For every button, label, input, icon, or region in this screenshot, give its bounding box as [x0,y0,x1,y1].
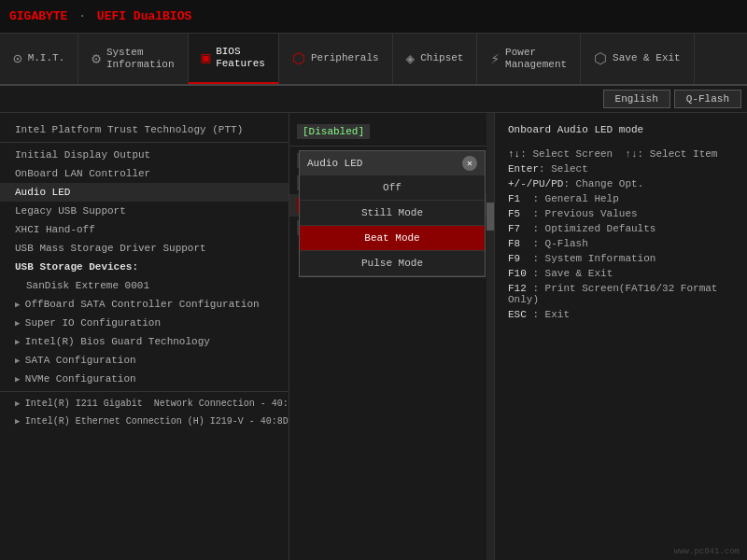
shortcut-f7: F7 : Optimized Defaults [508,223,734,234]
menu-item-nvme[interactable]: NVMe Configuration [0,370,289,388]
shortcut-esc: ESC : Exit [508,309,734,320]
tab-bios-label: BIOSFeatures [216,46,265,70]
shortcut-f1: F1 : General Help [508,193,734,204]
dropdown-option-pulse[interactable]: Pulse Mode [300,251,485,276]
value-separator [289,146,494,147]
scrollbar-thumb[interactable] [486,203,494,231]
brand-name: GIGABYTE [9,9,67,23]
dropdown-title: Audio LED [307,158,362,169]
main-content: Intel Platform Trust Technology (PTT) In… [0,113,747,560]
menu-item-lan[interactable]: OnBoard LAN Controller [0,164,289,183]
qflash-button[interactable]: Q-Flash [674,90,741,108]
menu-item-sata-controller[interactable]: OffBoard SATA Controller Configuration [0,295,289,314]
tab-peripherals[interactable]: ⬡ Peripherals [279,34,393,84]
right-help-panel: Onboard Audio LED mode ↑↓: Select Screen… [495,113,747,560]
menu-item-display[interactable]: Initial Display Output [0,146,289,164]
tab-mit-label: M.I.T. [28,52,65,64]
shortcut-arrows: ↑↓: Select Screen ↑↓: Select Item [508,148,734,160]
power-icon: ⚡ [490,49,500,68]
menu-item-super-io[interactable]: Super IO Configuration [0,314,289,332]
menu-item-sata-config[interactable]: SATA Configuration [0,351,289,370]
tab-power-label: PowerManagement [505,47,567,71]
left-menu-panel: Intel Platform Trust Technology (PTT) In… [0,113,289,560]
dropdown-option-still[interactable]: Still Mode [300,201,485,226]
tab-power[interactable]: ⚡ PowerManagement [477,34,581,84]
shortcut-f12: F12 : Print Screen(FAT16/32 Format Only) [508,283,734,305]
shortcut-f10: F10 : Save & Exit [508,268,734,279]
exit-icon: ⬡ [594,49,607,68]
value-ptt: [Disabled] [289,120,494,143]
menu-item-ptt[interactable]: Intel Platform Trust Technology (PTT) [0,120,289,139]
menu-item-i211[interactable]: Intel(R) I211 Gigabit Network Connection… [0,395,289,413]
dropdown-option-off[interactable]: Off [300,175,485,201]
chipset-icon: ◈ [406,49,416,68]
english-button[interactable]: English [603,90,670,108]
menu-item-usb-storage-driver[interactable]: USB Mass Storage Driver Support [0,239,289,258]
shortcut-enter: Enter: Select [508,163,734,175]
menu-item-sandisk[interactable]: SanDisk Extreme 0001 [0,276,289,295]
peripherals-icon: ⬡ [292,49,305,68]
brand-logo: GIGABYTE · UEFI DualBIOS [9,9,191,23]
tab-peripherals-label: Peripherals [311,52,379,64]
separator-2 [0,391,289,392]
tab-system[interactable]: ⚙ SystemInformation [78,34,188,84]
mit-icon: ⊙ [13,49,22,68]
menu-item-i219[interactable]: Intel(R) Ethernet Connection (H) I219-V … [0,413,289,430]
menu-item-audio-led[interactable]: Audio LED [0,183,289,202]
shortcut-f5: F5 : Previous Values [508,208,734,219]
menu-item-bios-guard[interactable]: Intel(R) Bios Guard Technology [0,332,289,351]
tab-bios[interactable]: ▣ BIOSFeatures [189,34,279,84]
dropdown-title-bar: Audio LED ✕ [300,151,485,175]
tab-exit-label: Save & Exit [613,52,681,64]
bios-icon: ▣ [202,49,211,67]
tab-chipset[interactable]: ◈ Chipset [393,34,478,84]
uefi-label: UEFI DualBIOS [97,9,191,23]
mid-scrollbar[interactable] [486,113,494,560]
tab-mit[interactable]: ⊙ M.I.T. [0,34,78,84]
menu-item-usb-devices-header: USB Storage Devices: [0,258,289,276]
dropdown-option-beat[interactable]: Beat Mode [300,226,485,251]
mid-values-panel: [Disabled] [IGFX] [Enabled] [Still Mode]… [289,113,495,560]
tab-chipset-label: Chipset [420,52,463,64]
ptt-value[interactable]: [Disabled] [297,124,370,139]
shortcut-f8: F8 : Q-Flash [508,238,734,249]
tab-exit[interactable]: ⬡ Save & Exit [581,34,695,84]
sub-header: English Q-Flash [0,86,747,113]
dropdown-close-button[interactable]: ✕ [462,156,477,171]
nav-tabs: ⊙ M.I.T. ⚙ SystemInformation ▣ BIOSFeatu… [0,34,747,86]
tab-system-label: SystemInformation [106,47,175,71]
help-title: Onboard Audio LED mode [508,124,734,135]
watermark: www.pc841.com [674,547,740,556]
shortcut-f9: F9 : System Information [508,253,734,264]
header-bar: GIGABYTE · UEFI DualBIOS [0,0,747,34]
menu-item-legacy-usb[interactable]: Legacy USB Support [0,202,289,220]
system-icon: ⚙ [92,49,101,68]
audio-led-dropdown: Audio LED ✕ Off Still Mode Beat Mode Pul… [299,150,486,277]
separator-1 [0,142,289,143]
shortcut-change: +/-/PU/PD: Change Opt. [508,178,734,189]
menu-item-xhci[interactable]: XHCI Hand-off [0,220,289,239]
